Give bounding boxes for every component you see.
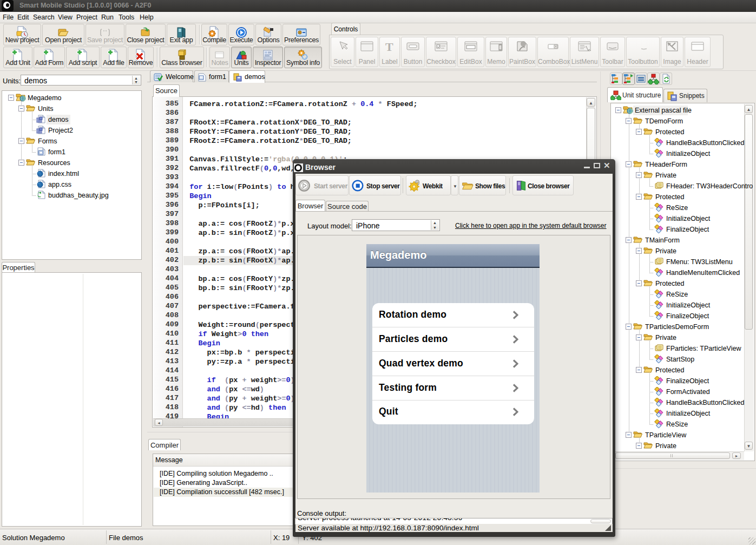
svg-text:T: T xyxy=(385,40,393,54)
